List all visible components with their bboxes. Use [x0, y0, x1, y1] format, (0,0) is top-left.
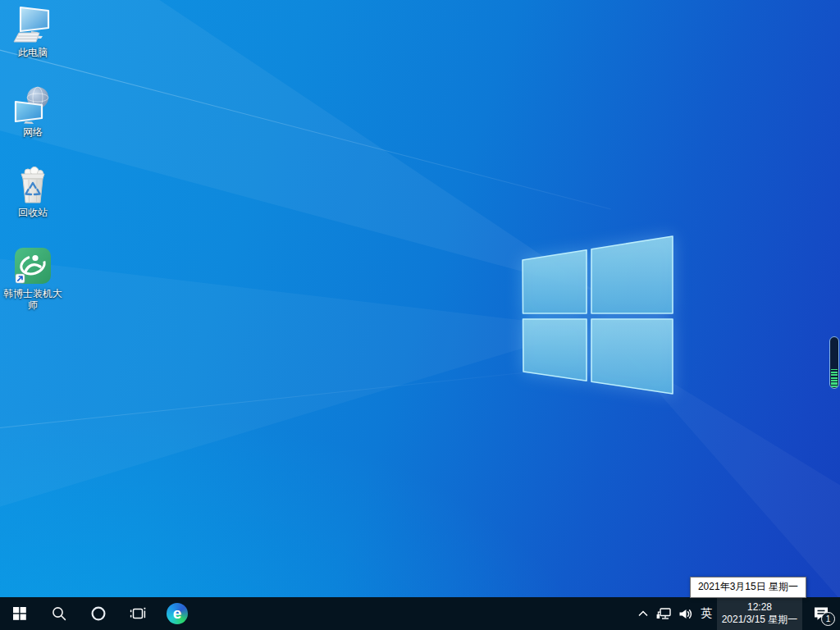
chevron-up-icon	[638, 610, 648, 617]
desktop-icon-network[interactable]: 网络	[0, 84, 66, 138]
clock-time: 12:28	[747, 601, 772, 614]
notification-count-badge: 1	[821, 612, 835, 626]
icon-label: 韩博士装机大师	[1, 288, 65, 311]
edge-volume-level-indicator[interactable]	[829, 336, 839, 389]
taskbar-left: e	[0, 597, 197, 630]
task-view-icon	[130, 605, 146, 622]
input-method-indicator[interactable]: 英	[696, 597, 717, 630]
desktop-wallpaper	[0, 0, 840, 630]
level-fill	[831, 369, 838, 387]
search-icon	[52, 606, 66, 621]
desktop-icon-hanboshi-installer[interactable]: 韩博士装机大师	[0, 246, 66, 311]
edge-browser-button[interactable]: e	[158, 597, 197, 630]
search-button[interactable]	[39, 597, 79, 630]
ime-label: 英	[701, 606, 712, 621]
network-tray-button[interactable]	[653, 597, 674, 630]
clock-date: 2021/3/15 星期一	[722, 614, 798, 626]
taskbar: e 英	[0, 597, 840, 630]
recycle-bin-icon	[13, 165, 52, 204]
windows-logo-wallpaper	[0, 0, 840, 630]
this-pc-icon	[13, 5, 52, 44]
cortana-button[interactable]	[79, 597, 118, 630]
date-tooltip: 2021年3月15日 星期一	[690, 577, 806, 598]
icon-label: 网络	[23, 126, 43, 138]
edge-letter: e	[173, 605, 182, 621]
cortana-circle-icon	[90, 605, 107, 622]
desktop-icon-recycle-bin[interactable]: 回收站	[0, 165, 66, 218]
clock-button[interactable]: 12:28 2021/3/15 星期一	[717, 597, 802, 630]
action-center-button[interactable]: 1	[802, 597, 840, 630]
windows-start-icon	[13, 607, 26, 620]
network-icon	[13, 84, 52, 124]
edge-icon: e	[167, 603, 188, 624]
icon-label: 此电脑	[18, 47, 48, 58]
taskbar-empty-area	[197, 597, 633, 630]
icon-label: 回收站	[18, 207, 48, 218]
start-button[interactable]	[0, 597, 39, 630]
task-view-button[interactable]	[118, 597, 158, 630]
tray-overflow-button[interactable]	[633, 597, 653, 630]
speaker-volume-icon	[678, 608, 692, 620]
desktop-icon-this-pc[interactable]: 此电脑	[0, 5, 66, 58]
hanboshi-installer-icon	[13, 246, 52, 285]
system-tray: 英 12:28 2021/3/15 星期一 1	[633, 597, 840, 630]
ethernet-network-icon	[656, 608, 671, 620]
volume-tray-button[interactable]	[674, 597, 696, 630]
